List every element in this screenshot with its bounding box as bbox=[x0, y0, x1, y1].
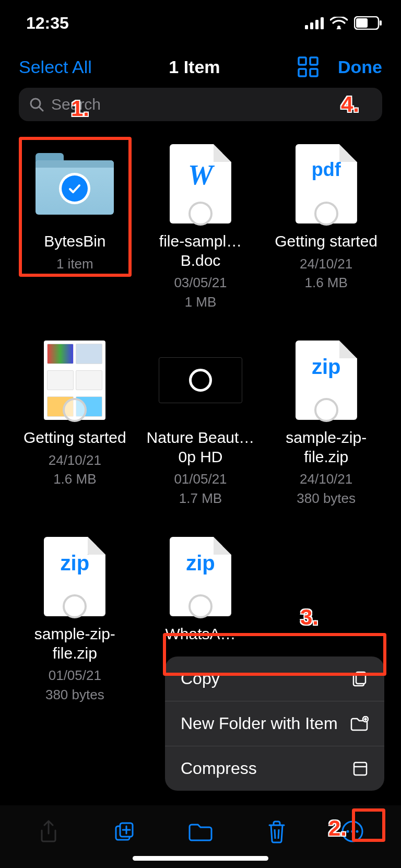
file-tile-pdf[interactable]: pdf Getting started 24/10/211.6 MB bbox=[270, 137, 382, 333]
search-bar[interactable] bbox=[19, 88, 382, 121]
menu-copy[interactable]: Copy bbox=[165, 656, 384, 701]
selection-ring bbox=[188, 594, 213, 618]
duplicate-button[interactable] bbox=[109, 816, 140, 847]
folder-plus-icon bbox=[350, 716, 369, 732]
move-button[interactable] bbox=[185, 816, 216, 847]
file-name: Getting started bbox=[20, 428, 129, 448]
selection-ring bbox=[314, 398, 338, 422]
svg-rect-2 bbox=[315, 20, 319, 29]
page-title: 1 Item bbox=[92, 57, 297, 77]
selection-ring bbox=[188, 202, 213, 226]
file-tile-image[interactable]: Getting started 24/10/211.6 MB bbox=[19, 333, 131, 530]
svg-line-24 bbox=[278, 829, 279, 839]
svg-point-4 bbox=[337, 26, 340, 29]
file-date: 01/05/21 bbox=[174, 471, 227, 487]
selection-ring bbox=[63, 398, 87, 422]
file-name: sample-zip-file.zip bbox=[20, 625, 129, 663]
file-date: 01/05/21 bbox=[49, 667, 101, 683]
menu-label: New Folder with Item bbox=[181, 714, 338, 733]
file-size: 1.6 MB bbox=[304, 275, 347, 290]
selection-ring bbox=[314, 202, 338, 226]
file-date: 24/10/21 bbox=[300, 471, 352, 487]
svg-rect-7 bbox=[380, 20, 382, 26]
archive-icon bbox=[352, 760, 369, 777]
view-grid-icon[interactable] bbox=[297, 56, 319, 78]
svg-rect-6 bbox=[356, 18, 368, 28]
file-size: 1 MB bbox=[185, 294, 217, 310]
file-name: sample-zip-file.zip bbox=[272, 428, 381, 466]
svg-rect-1 bbox=[310, 22, 313, 29]
menu-label: Compress bbox=[181, 759, 257, 778]
file-tile-zip[interactable]: zip sample-zip-file.zip 24/10/21380 byte… bbox=[270, 333, 382, 530]
status-indicators bbox=[305, 16, 382, 30]
file-size: 1.7 MB bbox=[179, 490, 222, 506]
zip-icon: zip bbox=[296, 341, 357, 420]
pdf-icon: pdf bbox=[296, 144, 357, 224]
file-name: WhatsA… bbox=[146, 625, 255, 644]
cellular-icon bbox=[305, 17, 324, 29]
nav-bar: Select All 1 Item Done bbox=[0, 46, 401, 88]
file-meta: 1 item bbox=[56, 256, 93, 272]
home-indicator[interactable] bbox=[133, 856, 268, 861]
video-thumb bbox=[159, 357, 242, 403]
file-tile-video[interactable]: Nature Beaut…0p HD 01/05/211.7 MB bbox=[145, 333, 257, 530]
doc-icon: W bbox=[170, 144, 231, 224]
svg-rect-11 bbox=[310, 69, 317, 76]
file-date: 03/05/21 bbox=[174, 275, 227, 290]
svg-rect-18 bbox=[354, 763, 367, 775]
svg-point-28 bbox=[356, 830, 359, 833]
svg-rect-10 bbox=[299, 69, 306, 76]
file-name: file-sampl…B.doc bbox=[146, 232, 255, 270]
search-icon bbox=[29, 97, 44, 112]
file-tile-zip[interactable]: zip sample-zip-file.zip 01/05/21380 byte… bbox=[19, 530, 131, 726]
status-bar: 12:35 bbox=[0, 0, 401, 46]
file-name: Nature Beaut…0p HD bbox=[146, 428, 255, 466]
context-menu: Copy New Folder with Item Compress bbox=[165, 656, 384, 791]
copy-icon bbox=[351, 670, 369, 688]
select-all-button[interactable]: Select All bbox=[19, 57, 92, 77]
search-input[interactable] bbox=[51, 96, 372, 113]
selection-ring bbox=[63, 594, 87, 618]
menu-new-folder[interactable]: New Folder with Item bbox=[165, 701, 384, 746]
battery-icon bbox=[354, 16, 382, 30]
checkmark-icon bbox=[62, 175, 88, 202]
svg-rect-14 bbox=[356, 672, 365, 684]
file-date: 24/10/21 bbox=[300, 256, 352, 272]
image-thumb bbox=[44, 341, 105, 420]
file-name: Getting started bbox=[272, 232, 381, 251]
bottom-toolbar bbox=[0, 805, 401, 868]
svg-line-23 bbox=[275, 829, 275, 839]
zip-icon: zip bbox=[170, 537, 231, 616]
file-date: 24/10/21 bbox=[49, 452, 101, 468]
more-button[interactable] bbox=[337, 816, 368, 847]
svg-rect-8 bbox=[299, 57, 306, 65]
svg-rect-9 bbox=[310, 57, 317, 65]
menu-label: Copy bbox=[181, 669, 220, 688]
file-name: BytesBin bbox=[20, 232, 129, 251]
svg-rect-3 bbox=[321, 17, 324, 29]
wifi-icon bbox=[330, 17, 348, 29]
file-size: 1.6 MB bbox=[53, 471, 96, 487]
file-tile-folder-bytesbin[interactable]: BytesBin 1 item bbox=[19, 137, 131, 333]
zip-icon: zip bbox=[44, 537, 105, 616]
status-time: 12:35 bbox=[26, 14, 69, 33]
svg-line-13 bbox=[39, 107, 43, 111]
share-button bbox=[33, 816, 64, 847]
done-button[interactable]: Done bbox=[338, 57, 382, 77]
svg-point-27 bbox=[351, 830, 354, 833]
file-size: 380 bytes bbox=[45, 687, 104, 702]
svg-point-26 bbox=[347, 830, 349, 833]
file-size: 380 bytes bbox=[297, 490, 356, 506]
menu-compress[interactable]: Compress bbox=[165, 746, 384, 791]
delete-button[interactable] bbox=[261, 816, 292, 847]
svg-rect-0 bbox=[305, 25, 308, 29]
folder-icon bbox=[36, 153, 114, 215]
file-tile-doc[interactable]: W file-sampl…B.doc 03/05/211 MB bbox=[145, 137, 257, 333]
